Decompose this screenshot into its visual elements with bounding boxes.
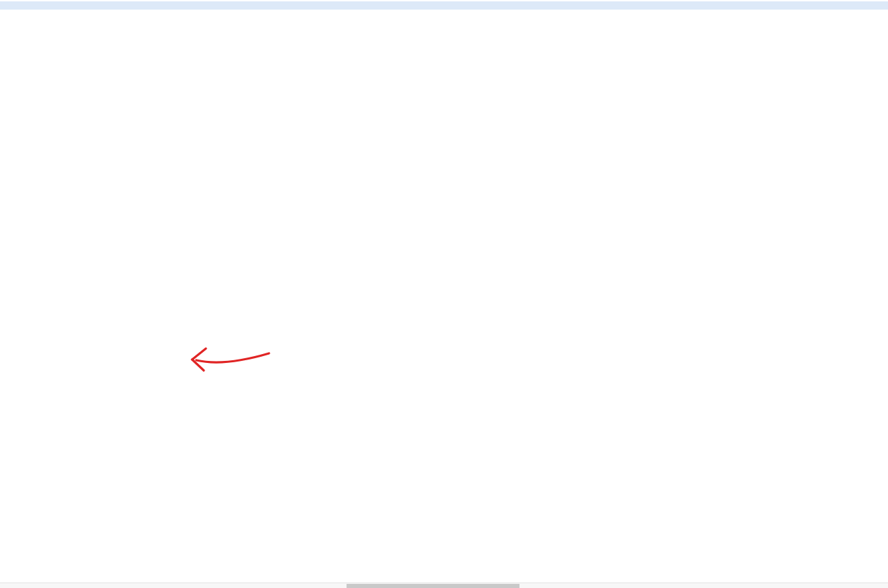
red-arrow-annotation [185, 343, 274, 375]
style-text-block[interactable] [0, 1, 888, 10]
scrollbar-thumb[interactable] [347, 584, 519, 588]
devtools-elements-panel [0, 0, 888, 588]
horizontal-scrollbar[interactable] [0, 583, 888, 588]
